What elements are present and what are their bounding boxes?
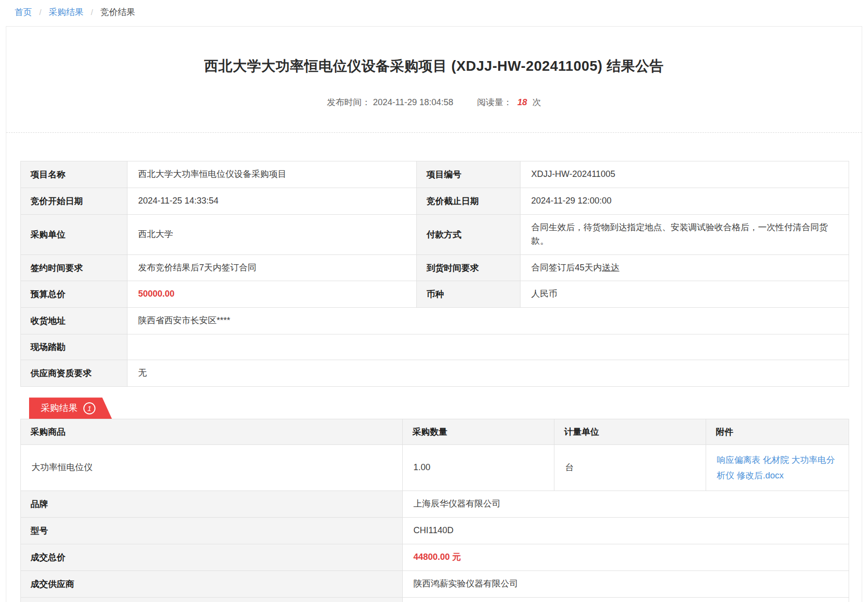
field-label-winning-supplier: 成交供应商	[21, 570, 403, 597]
breadcrumb-separator: /	[39, 8, 41, 16]
table-row: 质保及售后服务 响应时效：即时响应（包括电话响应）；电话响应无法解决，24小时内…	[21, 597, 849, 602]
field-value-currency: 人民币	[521, 281, 849, 308]
field-value-project-no: XDJJ-HW-202411005	[521, 161, 849, 188]
table-row: 大功率恒电位仪 1.00 台 响应偏离表 化材院 大功率电分析仪 修改后.doc…	[21, 445, 849, 491]
delivery-time-text: 合同签订后45天内	[531, 263, 602, 272]
project-info-table: 项目名称 西北大学大功率恒电位仪设备采购项目 项目编号 XDJJ-HW-2024…	[20, 161, 849, 387]
field-label-bid-end: 竞价截止日期	[417, 188, 521, 214]
field-label-budget: 预算总价	[21, 281, 127, 308]
publish-time-value: 2024-11-29 18:04:58	[373, 97, 454, 107]
column-header-quantity: 采购数量	[403, 419, 554, 445]
publish-time-label: 发布时间：	[327, 97, 371, 107]
column-header-unit: 计量单位	[554, 419, 706, 445]
field-value-payment: 合同生效后，待货物到达指定地点、安装调试验收合格后，一次性付清合同货款。	[521, 214, 849, 254]
field-value-purchaser: 西北大学	[127, 214, 417, 254]
attachment-link[interactable]: 响应偏离表 化材院 大功率电分析仪 修改后.docx	[717, 455, 835, 480]
field-label-site-survey: 现场踏勘	[21, 334, 127, 360]
field-label-supplier-qualification: 供应商资质要求	[21, 360, 127, 387]
table-row: 签约时间要求 发布竞价结果后7天内签订合同 到货时间要求 合同签订后45天内送达	[21, 254, 849, 281]
table-row: 预算总价 50000.00 币种 人民币	[21, 281, 849, 308]
field-label-brand: 品牌	[21, 491, 403, 518]
field-label-model: 型号	[21, 518, 403, 544]
field-label-payment: 付款方式	[417, 214, 521, 254]
announcement-card: 西北大学大功率恒电位仪设备采购项目 (XDJJ-HW-202411005) 结果…	[6, 26, 862, 602]
cell-unit: 台	[554, 445, 706, 491]
delivery-time-underlined: 送达	[602, 263, 619, 272]
field-label-purchaser: 采购单位	[21, 214, 127, 254]
field-value-deal-price: 44800.00 元	[403, 544, 849, 570]
column-header-attachment: 附件	[706, 419, 849, 445]
table-row: 型号 CHI1140D	[21, 518, 849, 544]
views-count: 18	[517, 97, 527, 107]
field-value-project-name: 西北大学大功率恒电位仪设备采购项目	[127, 161, 417, 188]
field-value-bid-end: 2024-11-29 12:00:00	[521, 188, 849, 214]
table-row: 收货地址 陕西省西安市长安区****	[21, 308, 849, 334]
table-row: 现场踏勘	[21, 334, 849, 360]
table-row: 品牌 上海辰华仪器有限公司	[21, 491, 849, 518]
views-unit: 次	[532, 97, 541, 107]
field-value-supplier-qualification: 无	[127, 360, 849, 387]
field-value-brand: 上海辰华仪器有限公司	[403, 491, 849, 518]
field-value-sign-time: 发布竞价结果后7天内签订合同	[127, 254, 417, 281]
column-header-product: 采购商品	[21, 419, 403, 445]
page-title: 西北大学大功率恒电位仪设备采购项目 (XDJJ-HW-202411005) 结果…	[6, 57, 862, 76]
announcement-meta: 发布时间： 2024-11-29 18:04:58 阅读量： 18 次	[6, 96, 862, 108]
field-label-delivery-time: 到货时间要求	[417, 254, 521, 281]
breadcrumb: 首页 / 采购结果 / 竞价结果	[0, 0, 868, 26]
field-label-project-no: 项目编号	[417, 161, 521, 188]
field-value-warranty-service: 响应时效：即时响应（包括电话响应）；电话响应无法解决，24小时内到达现场。修复时…	[403, 597, 849, 602]
field-value-site-survey	[127, 334, 849, 360]
dashed-divider	[6, 132, 862, 133]
breadcrumb-link-procurement-results[interactable]: 采购结果	[48, 7, 83, 17]
field-label-address: 收货地址	[21, 308, 127, 334]
field-value-budget: 50000.00	[127, 281, 417, 308]
table-row: 成交总价 44800.00 元	[21, 544, 849, 570]
field-label-bid-start: 竞价开始日期	[21, 188, 127, 214]
field-label-deal-price: 成交总价	[21, 544, 403, 570]
table-row: 竞价开始日期 2024-11-25 14:33:54 竞价截止日期 2024-1…	[21, 188, 849, 214]
table-row: 项目名称 西北大学大功率恒电位仪设备采购项目 项目编号 XDJJ-HW-2024…	[21, 161, 849, 188]
field-value-bid-start: 2024-11-25 14:33:54	[127, 188, 417, 214]
field-label-sign-time: 签约时间要求	[21, 254, 127, 281]
cell-quantity: 1.00	[403, 445, 554, 491]
breadcrumb-separator: /	[91, 8, 93, 16]
field-value-address: 陕西省西安市长安区****	[127, 308, 849, 334]
views-label: 阅读量：	[477, 97, 512, 107]
field-value-model: CHI1140D	[403, 518, 849, 544]
table-row: 成交供应商 陕西鸿薪实验仪器有限公司	[21, 570, 849, 597]
field-label-warranty-service: 质保及售后服务	[21, 597, 403, 602]
procurement-result-table: 采购商品 采购数量 计量单位 附件 大功率恒电位仪 1.00 台 响应偏离表 化…	[20, 419, 849, 602]
cell-product-name: 大功率恒电位仪	[21, 445, 403, 491]
field-label-currency: 币种	[417, 281, 521, 308]
table-header-row: 采购商品 采购数量 计量单位 附件	[21, 419, 849, 445]
badge-count-circle-icon: 1	[83, 402, 95, 414]
breadcrumb-current: 竞价结果	[100, 7, 135, 17]
field-label-project-name: 项目名称	[21, 161, 127, 188]
field-value-delivery-time: 合同签订后45天内送达	[521, 254, 849, 281]
badge-count-number: 1	[87, 404, 91, 412]
table-row: 供应商资质要求 无	[21, 360, 849, 387]
result-badge-label: 采购结果	[41, 402, 78, 414]
breadcrumb-link-home[interactable]: 首页	[15, 7, 32, 17]
field-value-winning-supplier: 陕西鸿薪实验仪器有限公司	[403, 570, 849, 597]
table-row: 采购单位 西北大学 付款方式 合同生效后，待货物到达指定地点、安装调试验收合格后…	[21, 214, 849, 254]
cell-attachment: 响应偏离表 化材院 大功率电分析仪 修改后.docx	[706, 445, 849, 491]
result-section-badge: 采购结果 1	[29, 397, 112, 419]
